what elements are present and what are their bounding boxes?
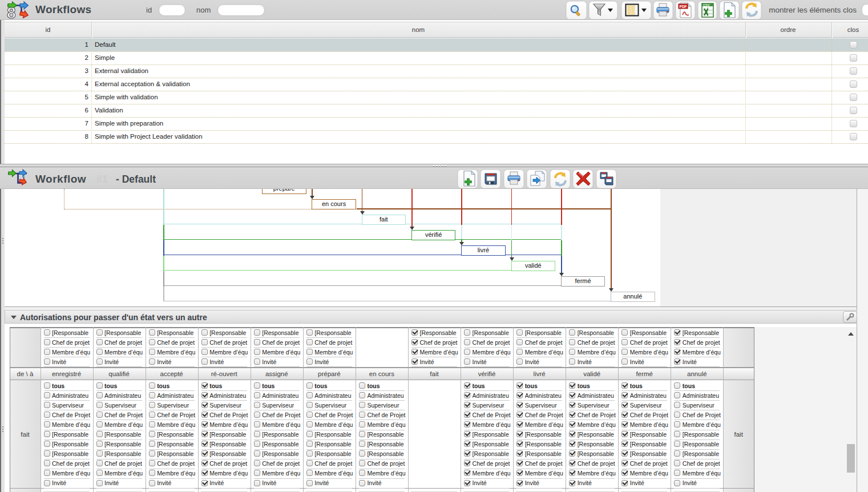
svg-text:PDF: PDF (680, 5, 687, 9)
svg-text:8: 8 (7, 4, 16, 20)
svg-text:CSV: CSV (703, 3, 710, 7)
